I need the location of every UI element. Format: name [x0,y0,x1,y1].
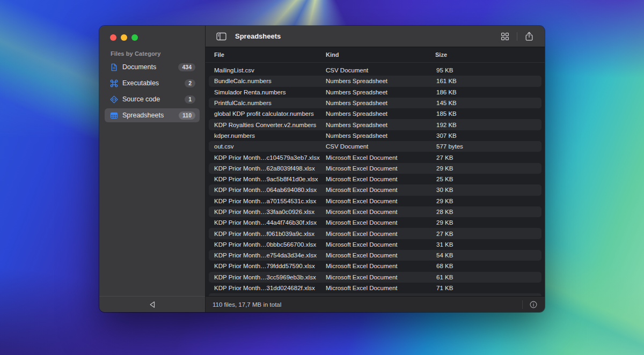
file-kind-cell: Numbers Spreadsheet [320,132,431,139]
file-kind-cell: Numbers Spreadsheet [320,78,431,84]
table-row[interactable]: PrintfulCalc.numbersNumbers Spreadsheet1… [209,98,541,108]
sidebar: Files by Category Documents434Executable… [99,26,206,312]
file-name-cell: KDP Royalties Converter.v2.numbers [209,122,320,128]
file-size-cell: 161 KB [431,78,541,84]
sidebar-nav: Documents434Executables2Source code1Spre… [105,60,200,122]
table-row[interactable]: BundleCalc.numbersNumbers Spreadsheet161… [209,76,541,86]
table-row[interactable]: KDP Prior Month…f061b039a9c.xlsxMicrosof… [209,228,541,239]
command-icon [109,79,118,87]
sidebar-section-label: Files by Category [111,50,205,57]
file-name-cell: KDP Prior Month…a701554531c.xlsx [209,198,320,204]
file-name-cell: BundleCalc.numbers [209,78,320,84]
file-size-cell: 192 KB [431,122,541,128]
file-name-cell: KDP Prior Month…79fddd57590.xlsx [209,263,320,269]
sidebar-item-documents[interactable]: Documents434 [105,60,200,74]
file-size-cell: 577 bytes [431,143,541,150]
file-size-cell: 307 KB [431,132,541,139]
status-text: 110 files, 17,7 MB in total [213,301,281,308]
source-code-icon [109,95,118,103]
table-row[interactable]: Simulador Renta.numbersNumbers Spreadshe… [209,87,541,98]
table-row[interactable]: KDP Prior Month…62a8039f498.xlsxMicrosof… [209,163,541,174]
file-size-cell: 29 KB [431,219,541,226]
info-icon[interactable] [529,300,538,309]
table-header: File Kind Size [206,47,545,63]
file-size-cell: 185 KB [431,110,541,117]
table-row[interactable]: KDP Prior Month…9ac5b8f41d0e.xlsxMicroso… [209,174,541,184]
table-row[interactable]: KDP Prior Month…3cc5969eb3b.xlsxMicrosof… [209,272,541,283]
file-size-cell: 145 KB [431,100,541,106]
count-badge: 1 [185,95,195,103]
table-icon [109,111,118,120]
toolbar-actions [498,29,536,43]
sidebar-item-label: Executables [122,79,180,87]
table-row[interactable]: global KDP profit calculator.numbersNumb… [209,108,541,119]
count-badge: 110 [179,112,195,120]
file-kind-cell: Microsoft Excel Document [320,219,431,226]
table-row[interactable]: KDP Prior Month…33faa0c0926.xlsxMicrosof… [209,206,541,217]
column-header-file[interactable]: File [206,51,320,58]
file-name-cell: KDP Prior Month…33faa0c0926.xlsx [209,209,320,215]
file-size-cell: 29 KB [431,165,541,172]
column-header-kind[interactable]: Kind [320,51,430,58]
close-button[interactable] [110,34,116,41]
file-size-cell: 28 KB [431,209,541,215]
file-name-cell: global KDP profit calculator.numbers [209,110,320,117]
table-row[interactable]: out.csvCSV Document577 bytes [209,141,541,152]
table-row[interactable]: kdper.numbersNumbers Spreadsheet307 KB [209,130,541,141]
sidebar-item-spreadsheets[interactable]: Spreadsheets110 [105,108,200,122]
table-row[interactable]: KDP Prior Month…064ab694080.xlsxMicrosof… [209,184,541,195]
column-header-size[interactable]: Size [430,51,545,58]
zoom-button[interactable] [131,34,138,41]
file-kind-cell: Microsoft Excel Document [320,165,431,172]
file-name-cell: KDP Prior Month…44a4f746b30f.xlsx [209,219,320,226]
file-kind-cell: Microsoft Excel Document [320,241,431,248]
grid-view-icon[interactable] [498,29,512,43]
toolbar: Spreadsheets [206,26,545,47]
minimize-button[interactable] [121,34,127,41]
sidebar-item-executables[interactable]: Executables2 [105,76,200,90]
table-row[interactable]: KDP Royalties Converter.v2.numbersNumber… [209,119,541,130]
file-size-cell: 71 KB [431,285,541,291]
file-size-cell: 27 KB [431,154,541,161]
file-name-cell: kdper.numbers [209,132,320,139]
table-row[interactable]: KDP Prior Month…0bbbc566700.xlsxMicrosof… [209,239,541,250]
file-kind-cell: CSV Document [320,67,431,73]
file-size-cell: 186 KB [431,89,541,95]
status-bar: 110 files, 17,7 MB in total [206,296,545,312]
sidebar-item-source-code[interactable]: Source code1 [105,92,200,106]
file-kind-cell: CSV Document [320,143,431,150]
file-size-cell: 30 KB [431,187,541,193]
file-kind-cell: Microsoft Excel Document [320,209,431,215]
toolbar-divider [517,32,517,41]
table-row[interactable]: KDP Prior Month…a701554531c.xlsxMicrosof… [209,196,541,206]
file-name-cell: PrintfulCalc.numbers [209,100,320,106]
file-kind-cell: Microsoft Excel Document [320,252,431,258]
table-row[interactable]: KDP Prior Month…31dd024682f.xlsxMicrosof… [209,283,541,293]
file-kind-cell: Numbers Spreadsheet [320,122,431,128]
main-panel: Spreadsheets File Kind Size MailingList.… [206,26,545,312]
file-kind-cell: Microsoft Excel Document [320,263,431,269]
file-name-cell: out.csv [209,143,320,150]
back-icon[interactable] [145,298,159,312]
file-size-cell: 31 KB [431,241,541,248]
sidebar-item-label: Source code [122,95,180,103]
count-badge: 2 [185,79,195,87]
file-size-cell: 95 KB [431,67,541,73]
file-kind-cell: Microsoft Excel Document [320,154,431,161]
file-name-cell: MailingList.csv [209,67,320,73]
file-size-cell: 54 KB [431,252,541,258]
table-row[interactable]: KDP Prior Month…79fddd57590.xlsxMicrosof… [209,261,541,271]
file-kind-cell: Microsoft Excel Document [320,187,431,193]
window-controls [99,26,205,41]
sidebar-toggle-icon[interactable] [214,29,228,43]
table-row[interactable]: KDP Prior Month…c104579a3eb7.xlsxMicroso… [209,152,541,162]
file-kind-cell: Numbers Spreadsheet [320,89,431,95]
share-icon[interactable] [522,29,536,43]
file-kind-cell: Numbers Spreadsheet [320,100,431,106]
table-row[interactable]: KDP Prior Month…e754da3d34e.xlsxMicrosof… [209,250,541,261]
file-name-cell: KDP Prior Month…c104579a3eb7.xlsx [209,154,320,161]
app-window: Files by Category Documents434Executable… [99,26,545,312]
table-row[interactable]: MailingList.csvCSV Document95 KB [209,65,541,76]
table-row[interactable]: KDP Prior Month…44a4f746b30f.xlsxMicroso… [209,217,541,228]
file-name-cell: KDP Prior Month…31dd024682f.xlsx [209,285,320,291]
